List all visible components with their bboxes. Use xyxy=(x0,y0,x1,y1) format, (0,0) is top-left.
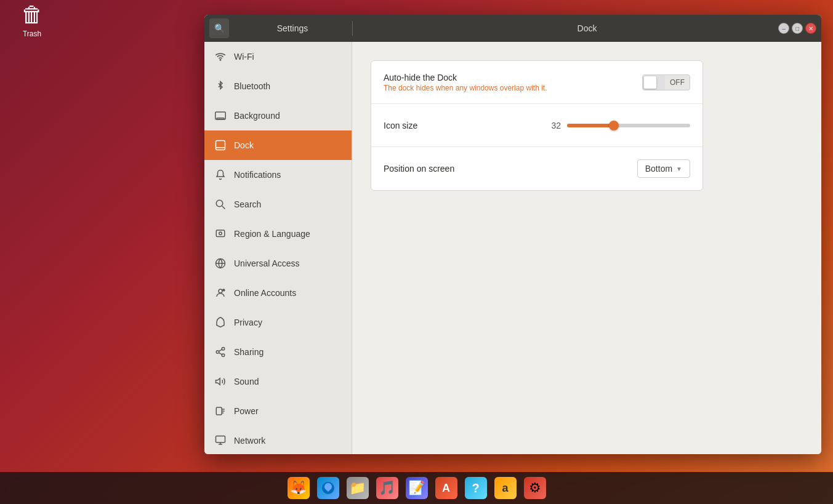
titlebar-right-section: Dock xyxy=(353,23,821,33)
bluetooth-label: Bluetooth xyxy=(234,81,342,91)
sidebar-item-bluetooth[interactable]: Bluetooth xyxy=(204,71,352,101)
auto-hide-info: Auto-hide the Dock The dock hides when a… xyxy=(384,73,642,92)
svg-text:+: + xyxy=(222,290,223,292)
svg-line-6 xyxy=(222,206,225,209)
svg-rect-3 xyxy=(216,141,225,150)
svg-point-0 xyxy=(220,60,221,61)
amazon-icon: a xyxy=(494,477,517,499)
notifications-label: Notifications xyxy=(234,170,342,180)
svg-point-15 xyxy=(216,351,219,354)
notifications-icon xyxy=(214,169,227,181)
rhythmbox-icon: 🎵 xyxy=(376,477,398,499)
sidebar-item-wifi[interactable]: Wi-Fi xyxy=(204,42,352,71)
content-area: Wi-Fi Bluetooth xyxy=(204,42,821,454)
svg-rect-2 xyxy=(217,118,224,119)
position-title: Position on screen xyxy=(384,164,637,174)
svg-line-18 xyxy=(219,350,222,351)
search-sidebar-icon xyxy=(214,198,227,210)
sidebar-item-background[interactable]: Background xyxy=(204,101,352,130)
taskbar-item-amazon[interactable]: a xyxy=(492,474,519,502)
network-icon xyxy=(214,434,227,447)
svg-line-17 xyxy=(219,353,222,354)
sidebar-item-search[interactable]: Search xyxy=(204,190,352,219)
close-button[interactable]: ✕ xyxy=(805,23,816,34)
help-icon: ? xyxy=(465,477,487,499)
search-icon: 🔍 xyxy=(214,23,225,33)
svg-point-14 xyxy=(222,348,225,351)
firefox-icon: 🦊 xyxy=(288,477,310,499)
thunderbird-icon xyxy=(317,477,339,499)
maximize-button[interactable]: □ xyxy=(792,23,803,34)
position-control: Bottom ▼ xyxy=(637,159,690,178)
sidebar-item-notifications[interactable]: Notifications xyxy=(204,160,352,190)
svg-marker-19 xyxy=(216,378,220,385)
files-icon: 📁 xyxy=(347,477,369,499)
sidebar-item-sharing[interactable]: Sharing xyxy=(204,337,352,367)
taskbar-item-thunderbird[interactable] xyxy=(315,474,342,502)
sidebar-item-privacy[interactable]: Privacy xyxy=(204,308,352,337)
privacy-label: Privacy xyxy=(234,318,342,327)
svg-point-16 xyxy=(222,354,225,357)
universal-access-icon xyxy=(214,257,227,270)
toggle-label: OFF xyxy=(665,78,690,87)
svg-point-5 xyxy=(216,200,223,207)
settings-taskbar-icon: ⚙ xyxy=(524,477,546,499)
trash-image: 🗑 xyxy=(17,0,47,30)
bluetooth-icon xyxy=(214,80,227,92)
universal-access-label: Universal Access xyxy=(234,258,342,268)
titlebar-left: 🔍 Settings xyxy=(204,18,352,38)
privacy-icon xyxy=(214,316,227,329)
online-accounts-label: Online Accounts xyxy=(234,288,342,298)
taskbar-item-writer[interactable]: 📝 xyxy=(403,474,430,502)
svg-point-11 xyxy=(219,289,222,293)
sidebar-item-power[interactable]: Power xyxy=(204,396,352,426)
titlebar: 🔍 Settings Dock – □ ✕ xyxy=(204,15,821,42)
svg-rect-7 xyxy=(216,230,225,237)
sidebar-item-sound[interactable]: Sound xyxy=(204,367,352,396)
svg-rect-24 xyxy=(216,436,225,443)
taskbar: 🦊 📁 🎵 📝 A ? a ⚙ xyxy=(0,472,833,504)
sharing-icon xyxy=(214,346,227,358)
taskbar-item-appstore[interactable]: A xyxy=(433,474,460,502)
main-panel: Auto-hide the Dock The dock hides when a… xyxy=(352,42,821,454)
taskbar-item-rhythmbox[interactable]: 🎵 xyxy=(374,474,401,502)
titlebar-search-button[interactable]: 🔍 xyxy=(209,18,229,38)
sidebar-item-online-accounts[interactable]: + Online Accounts xyxy=(204,278,352,308)
icon-size-info: Icon size xyxy=(384,121,545,130)
sidebar-item-dock[interactable]: Dock xyxy=(204,130,352,160)
dock-label: Dock xyxy=(234,140,342,150)
position-row: Position on screen Bottom ▼ xyxy=(371,147,702,190)
position-info: Position on screen xyxy=(384,164,637,174)
writer-icon: 📝 xyxy=(406,477,428,499)
auto-hide-desc: The dock hides when any windows overlap … xyxy=(384,84,642,92)
dock-title: Dock xyxy=(353,23,821,33)
taskbar-item-help[interactable]: ? xyxy=(462,474,489,502)
sidebar-item-network[interactable]: Network xyxy=(204,426,352,454)
background-label: Background xyxy=(234,111,342,121)
trash-icon[interactable]: 🗑 Trash xyxy=(17,0,47,38)
svg-point-8 xyxy=(219,232,222,235)
toggle-track xyxy=(643,75,665,90)
icon-size-value: 32 xyxy=(545,121,561,130)
taskbar-item-firefox[interactable]: 🦊 xyxy=(285,474,312,502)
sound-label: Sound xyxy=(234,377,342,386)
sidebar-item-region-language[interactable]: Region & Language xyxy=(204,219,352,249)
background-icon xyxy=(214,110,227,122)
wifi-label: Wi-Fi xyxy=(234,52,342,62)
icon-size-slider-container: 32 xyxy=(545,121,690,130)
online-accounts-icon: + xyxy=(214,287,227,299)
icon-size-control: 32 xyxy=(545,121,690,130)
minimize-button[interactable]: – xyxy=(778,23,789,34)
toggle-thumb xyxy=(644,76,656,89)
wifi-icon xyxy=(214,50,227,63)
dock-settings-card: Auto-hide the Dock The dock hides when a… xyxy=(371,60,703,191)
position-dropdown[interactable]: Bottom ▼ xyxy=(637,159,690,178)
window-controls: – □ ✕ xyxy=(778,23,816,34)
search-label: Search xyxy=(234,199,342,209)
region-label: Region & Language xyxy=(234,229,342,239)
sidebar-item-universal-access[interactable]: Universal Access xyxy=(204,249,352,278)
taskbar-item-settings[interactable]: ⚙ xyxy=(521,474,549,502)
taskbar-item-files[interactable]: 📁 xyxy=(344,474,371,502)
auto-hide-toggle[interactable]: OFF xyxy=(642,74,690,90)
icon-size-slider[interactable] xyxy=(567,124,690,127)
